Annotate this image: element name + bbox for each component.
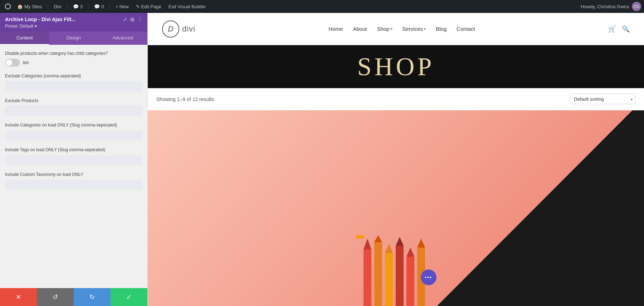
panel-actions: ✕ ↺ ↻ ✓ bbox=[0, 288, 147, 306]
comments-count: 3 bbox=[80, 4, 83, 9]
avatar[interactable]: CG bbox=[632, 2, 641, 11]
comments2-icon: 💬 bbox=[94, 4, 100, 9]
shop-sort-wrapper: Default sorting Sort by popularity Sort … bbox=[570, 94, 635, 104]
include-categories-input[interactable] bbox=[5, 130, 142, 140]
svg-rect-10 bbox=[406, 257, 414, 306]
tab-design[interactable]: Design bbox=[49, 32, 98, 45]
separator-1: | bbox=[47, 3, 49, 10]
toggle-knob bbox=[6, 59, 12, 66]
expand-icon[interactable]: ⤢ bbox=[123, 16, 127, 22]
field-include-tags: Include Tags on load ONLY (Slug comma-se… bbox=[5, 147, 142, 165]
cancel-icon: ✕ bbox=[16, 293, 21, 301]
panel-title: Archive Loop - Divi Ajax Filt... bbox=[5, 16, 75, 22]
admin-bar: 🏠 My Sites | Divi | 💬 3 | 💬 0 | + New ✎ … bbox=[0, 0, 644, 13]
include-taxonomy-input[interactable] bbox=[5, 180, 142, 190]
confirm-icon: ✓ bbox=[126, 293, 132, 301]
my-sites-icon: 🏠 bbox=[17, 4, 23, 9]
nav-blog[interactable]: Blog bbox=[436, 26, 447, 32]
new-label: + New bbox=[116, 4, 129, 9]
menu-icons: 🛒 🔍 bbox=[608, 25, 630, 33]
preset-label: Preset: Default bbox=[5, 24, 33, 29]
divi-label: Divi bbox=[54, 4, 62, 9]
pencils-svg bbox=[356, 235, 464, 306]
toggle-wrap: no bbox=[5, 59, 142, 67]
field-disable-products-label: Disable products when category has child… bbox=[5, 51, 142, 57]
redo-icon: ↻ bbox=[89, 293, 95, 301]
exclude-products-input[interactable] bbox=[5, 106, 142, 116]
divi-button[interactable]: Divi bbox=[51, 3, 64, 11]
comments-icon: 💬 bbox=[73, 4, 79, 9]
shop-results: Showing 1–9 of 12 results bbox=[156, 96, 214, 102]
shop-sort-select[interactable]: Default sorting Sort by popularity Sort … bbox=[570, 94, 635, 104]
svg-marker-2 bbox=[364, 239, 371, 249]
tab-advanced[interactable]: Advanced bbox=[98, 32, 147, 45]
separator-3: | bbox=[88, 3, 89, 10]
field-include-taxonomy-label: Include Custom Taxonomy on load ONLY bbox=[5, 172, 142, 178]
site-menu: Home About Shop ▾ Services ▾ Blog Contac bbox=[328, 26, 475, 32]
logo-letter: D bbox=[168, 24, 174, 34]
shop-content: Showing 1–9 of 12 results Default sortin… bbox=[148, 88, 644, 306]
shop-toolbar: Showing 1–9 of 12 results Default sortin… bbox=[148, 88, 644, 110]
include-tags-input[interactable] bbox=[5, 155, 142, 165]
nav-about[interactable]: About bbox=[353, 26, 367, 32]
my-sites-button[interactable]: 🏠 My Sites bbox=[14, 3, 45, 11]
field-exclude-categories: Exclude Categories (comma-seperated) bbox=[5, 73, 142, 91]
nav-home[interactable]: Home bbox=[328, 26, 343, 32]
site-logo: D divi bbox=[162, 20, 195, 38]
undo-icon: ↺ bbox=[53, 293, 58, 301]
undo-button[interactable]: ↺ bbox=[37, 288, 74, 306]
field-include-categories-label: Include Categories on load ONLY (Slug co… bbox=[5, 122, 142, 128]
comments-button[interactable]: 💬 3 bbox=[70, 3, 86, 11]
services-dropdown-icon: ▾ bbox=[424, 27, 426, 31]
svg-marker-11 bbox=[406, 248, 414, 257]
field-include-tags-label: Include Tags on load ONLY (Slug comma-se… bbox=[5, 147, 142, 153]
field-exclude-products: Exclude Products bbox=[5, 98, 142, 116]
logo-circle: D bbox=[162, 20, 179, 38]
left-panel: Archive Loop - Divi Ajax Filt... ⤢ ⊞ ⋮ P… bbox=[0, 13, 148, 306]
cart-icon[interactable]: 🛒 bbox=[608, 25, 616, 33]
nav-contact[interactable]: Contact bbox=[457, 26, 475, 32]
field-include-taxonomy: Include Custom Taxonomy on load ONLY bbox=[5, 172, 142, 190]
edit-page-label: ✎ Edit Page bbox=[136, 4, 161, 9]
field-exclude-categories-label: Exclude Categories (comma-seperated) bbox=[5, 73, 142, 79]
nav-shop[interactable]: Shop ▾ bbox=[377, 26, 392, 32]
field-exclude-products-label: Exclude Products bbox=[5, 98, 142, 104]
more-icon[interactable]: ⋮ bbox=[137, 16, 142, 22]
disable-products-toggle[interactable] bbox=[5, 59, 20, 67]
panel-tabs: Content Design Advanced bbox=[0, 32, 147, 45]
panel-title-row: Archive Loop - Divi Ajax Filt... ⤢ ⊞ ⋮ bbox=[5, 16, 142, 22]
exclude-categories-input[interactable] bbox=[5, 81, 142, 91]
shop-hero: SHOP bbox=[148, 45, 644, 88]
new-button[interactable]: + New bbox=[113, 3, 132, 11]
comments-2-button[interactable]: 💬 0 bbox=[91, 3, 107, 11]
howdy-text: Howdy, Christina Gwira bbox=[581, 4, 629, 9]
confirm-button[interactable]: ✓ bbox=[111, 288, 147, 306]
nav-services[interactable]: Services ▾ bbox=[402, 26, 426, 32]
search-icon[interactable]: 🔍 bbox=[622, 25, 630, 33]
comments2-count: 0 bbox=[101, 4, 104, 9]
cancel-button[interactable]: ✕ bbox=[0, 288, 37, 306]
separator-2: | bbox=[67, 3, 68, 10]
product-area: ••• bbox=[148, 110, 644, 306]
panel-content: Disable products when category has child… bbox=[0, 45, 147, 288]
site-nav: D divi Home About Shop ▾ Services ▾ bbox=[148, 13, 644, 45]
grid-icon[interactable]: ⊞ bbox=[130, 16, 135, 22]
svg-rect-1 bbox=[364, 249, 371, 306]
redo-button[interactable]: ↻ bbox=[74, 288, 111, 306]
tab-content[interactable]: Content bbox=[0, 32, 49, 45]
svg-marker-13 bbox=[417, 239, 425, 248]
edit-page-button[interactable]: ✎ Edit Page bbox=[133, 3, 164, 11]
preset-row[interactable]: Preset: Default ▾ bbox=[5, 24, 142, 29]
float-action-button[interactable]: ••• bbox=[421, 269, 436, 285]
svg-rect-6 bbox=[385, 253, 393, 306]
wp-logo[interactable] bbox=[3, 1, 13, 11]
toggle-label: no bbox=[23, 61, 29, 65]
svg-marker-9 bbox=[396, 237, 404, 246]
main-content: Archive Loop - Divi Ajax Filt... ⤢ ⊞ ⋮ P… bbox=[0, 13, 644, 306]
exit-builder-button[interactable]: Exit Visual Builder bbox=[166, 3, 209, 11]
admin-bar-left: 🏠 My Sites | Divi | 💬 3 | 💬 0 | + New ✎ … bbox=[3, 1, 579, 11]
logo-text: divi bbox=[182, 24, 195, 34]
svg-rect-4 bbox=[374, 242, 382, 306]
field-include-categories: Include Categories on load ONLY (Slug co… bbox=[5, 122, 142, 140]
my-sites-label: My Sites bbox=[24, 4, 42, 9]
